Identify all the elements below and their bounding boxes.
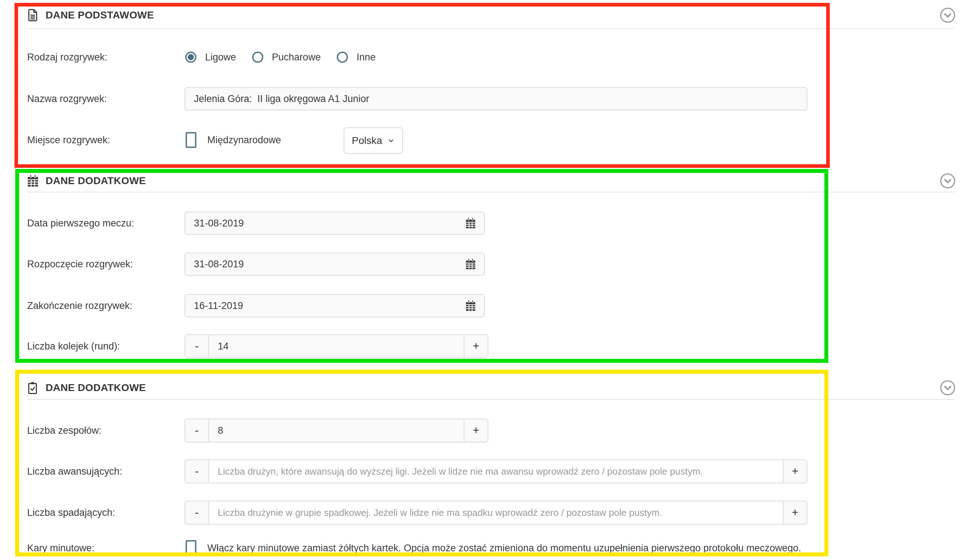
label-kary-minutowe: Kary minutowe: [27,543,94,554]
competition-name-input[interactable] [185,87,807,110]
teams-count-stepper: - 8 + [185,418,488,442]
radio-label: Inne [357,52,376,63]
date-value: 16-11-2019 [194,300,243,312]
decrement-button[interactable]: - [185,335,209,357]
promoted-count-input[interactable]: Liczba drużyn, które awansują do wyższej… [209,460,783,483]
section-collapse-button[interactable] [940,380,956,396]
international-checkbox[interactable] [185,132,197,148]
clipboard-check-icon [26,381,39,395]
radio-pucharowe[interactable] [252,52,263,63]
document-icon [26,9,40,22]
section-title-dane-podstawowe: DANE PODSTAWOWE [46,9,154,21]
decrement-button[interactable]: - [185,502,209,524]
annotation-box-red [15,3,830,168]
label-liczba-kolejek: Liczba kolejek (rund): [27,341,120,352]
date-value: 31-08-2019 [194,218,244,229]
increment-button[interactable]: + [464,335,488,357]
calendar-icon[interactable] [465,300,477,312]
increment-button[interactable]: + [783,460,806,483]
label-liczba-awansujacych: Liczba awansujących: [27,466,122,477]
calendar-icon[interactable] [465,217,477,229]
increment-button[interactable]: + [464,419,488,442]
radio-label: Ligowe [205,52,236,63]
label-nazwa-rozgrywek: Nazwa rozgrywek: [27,93,107,105]
relegated-count-input[interactable]: Liczba drużynie w grupie spadkowej. Jeże… [209,502,783,524]
radio-option-pucharowe[interactable]: Pucharowe [252,52,321,63]
minute-penalties-checkbox-label: Włącz kary minutowe zamiast żółtych kart… [207,543,801,554]
label-miejsce-rozgrywek: Miejsce rozgrywek: [27,135,110,146]
date-value: 31-08-2019 [194,259,244,270]
competition-settings-form: DANE PODSTAWOWE Rodzaj rozgrywek: Ligowe… [0,0,973,560]
label-rodzaj-rozgrywek: Rodzaj rozgrywek: [27,52,107,63]
calendar-icon[interactable] [465,258,477,270]
country-select-value: Polska [352,135,382,147]
minute-penalties-checkbox[interactable] [185,540,197,556]
section-collapse-button[interactable] [940,7,956,23]
radio-inne[interactable] [337,52,348,63]
section-title-dane-dodatkowe-1: DANE DODATKOWE [46,175,146,187]
chevron-down-icon [387,137,395,145]
section-title-dane-dodatkowe-2: DANE DODATKOWE [46,382,146,393]
relegated-count-stepper: - Liczba drużynie w grupie spadkowej. Je… [185,501,807,525]
radio-option-ligowe[interactable]: Ligowe [185,52,236,63]
label-liczba-spadajacych: Liczba spadających: [27,507,115,518]
section-collapse-button[interactable] [940,173,956,189]
decrement-button[interactable]: - [185,460,209,483]
radio-ligowe[interactable] [185,52,197,63]
international-checkbox-label: Międzynarodowe [207,135,281,146]
radio-label: Pucharowe [272,52,321,63]
country-select[interactable]: Polska [343,127,403,154]
start-date-input[interactable]: 31-08-2019 [185,253,485,276]
decrement-button[interactable]: - [185,419,209,442]
rounds-count-stepper: - 14 + [185,334,488,358]
header-divider [27,28,954,29]
rounds-count-value[interactable]: 14 [209,335,464,357]
label-liczba-zespolow: Liczba zespołów: [27,425,102,436]
end-date-input[interactable]: 16-11-2019 [185,294,485,317]
label-data-pierwszego-meczu: Data pierwszego meczu: [27,218,134,229]
radio-option-inne[interactable]: Inne [337,52,376,63]
increment-button[interactable]: + [783,502,806,524]
header-divider [27,192,954,192]
calendar-icon [26,174,40,188]
promoted-count-stepper: - Liczba drużyn, które awansują do wyższ… [185,460,807,483]
header-divider [27,399,954,400]
first-match-date-input[interactable]: 31-08-2019 [185,212,485,235]
label-zakonczenie-rozgrywek: Zakończenie rozgrywek: [27,300,132,312]
label-rozpoczecie-rozgrywek: Rozpoczęcie rozgrywek: [27,259,133,270]
teams-count-value[interactable]: 8 [209,419,464,442]
competition-type-radio-group: Ligowe Pucharowe Inne [185,52,375,63]
